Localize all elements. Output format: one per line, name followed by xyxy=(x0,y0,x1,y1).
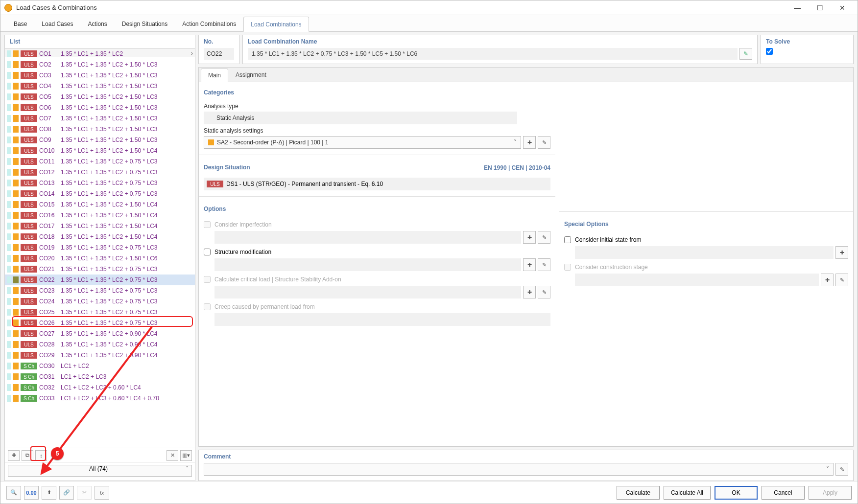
row-co: CO32 xyxy=(39,384,59,391)
tab-load-combinations[interactable]: Load Combinations xyxy=(243,17,309,32)
tab-base[interactable]: Base xyxy=(6,16,34,31)
list-row-co18[interactable]: ULSCO181.35 * LC1 + 1.35 * LC2 + 1.50 * … xyxy=(5,231,195,242)
list-row-co3[interactable]: ULSCO31.35 * LC1 + 1.35 * LC2 + 1.50 * L… xyxy=(5,70,195,81)
cancel-button[interactable]: Cancel xyxy=(762,486,805,500)
row-badge: ULS xyxy=(21,352,37,359)
calculate-button[interactable]: Calculate xyxy=(617,486,660,500)
view-columns-button[interactable]: ▥▾ xyxy=(180,450,192,461)
design-standard: EN 1990 | CEN | 2010-04 xyxy=(484,164,550,171)
row-formula: 1.35 * LC1 + 1.35 * LC2 + 0.75 * LC3 xyxy=(61,244,157,251)
subtab-main[interactable]: Main xyxy=(201,69,228,82)
list-row-co28[interactable]: ULSCO281.35 * LC1 + 1.35 * LC2 + 0.90 * … xyxy=(5,339,195,350)
new-button[interactable]: ✚ xyxy=(8,450,20,461)
list-row-co32[interactable]: S ChCO32LC1 + LC2 + LC3 + 0.60 * LC4 xyxy=(5,382,195,393)
list-row-co31[interactable]: S ChCO31LC1 + LC2 + LC3 xyxy=(5,371,195,382)
categories-header: Categories xyxy=(204,86,550,100)
comment-edit-button[interactable]: ✎ xyxy=(835,463,848,476)
list-row-co5[interactable]: ULSCO51.35 * LC1 + 1.35 * LC2 + 1.50 * L… xyxy=(5,92,195,102)
list-row-co21[interactable]: ULSCO211.35 * LC1 + 1.35 * LC2 + 0.75 * … xyxy=(5,264,195,275)
filter-select[interactable]: All (74) ˅ xyxy=(8,465,192,477)
subtab-assignment[interactable]: Assignment xyxy=(228,68,274,82)
tab-design-situations[interactable]: Design Situations xyxy=(115,16,175,31)
tab-action-combinations[interactable]: Action Combinations xyxy=(175,16,243,31)
static-settings-select[interactable]: SA2 - Second-order (P-Δ) | Picard | 100 … xyxy=(204,136,521,149)
row-badge: ULS xyxy=(21,83,37,90)
critical-new-button[interactable]: ✚ xyxy=(523,286,536,298)
list-row-co24[interactable]: ULSCO241.35 * LC1 + 1.35 * LC2 + 0.75 * … xyxy=(5,296,195,307)
fx-icon[interactable]: fx xyxy=(95,486,109,500)
list-row-co25[interactable]: ULSCO251.35 * LC1 + 1.35 * LC2 + 0.75 * … xyxy=(5,307,195,318)
help-icon[interactable]: 🔍 xyxy=(6,486,21,500)
special-options-header: Special Options xyxy=(564,218,848,231)
row-co: CO30 xyxy=(39,363,59,369)
imperfection-edit-button[interactable]: ✎ xyxy=(538,231,550,244)
row-formula: 1.35 * LC1 + 1.35 * LC2 + 1.50 * LC4 xyxy=(61,223,157,229)
construction-new-button[interactable]: ✚ xyxy=(821,274,834,286)
row-co: CO26 xyxy=(39,320,59,326)
units-icon[interactable]: 0.00 xyxy=(24,486,39,500)
list-row-co26[interactable]: ULSCO261.35 * LC1 + 1.35 * LC2 + 0.75 * … xyxy=(5,318,195,328)
tab-load-cases[interactable]: Load Cases xyxy=(34,16,80,31)
list-row-co29[interactable]: ULSCO291.35 * LC1 + 1.35 * LC2 + 0.90 * … xyxy=(5,350,195,361)
ok-button[interactable]: OK xyxy=(715,486,758,500)
row-co: CO1 xyxy=(39,50,59,57)
list-row-co19[interactable]: ULSCO191.35 * LC1 + 1.35 * LC2 + 0.75 * … xyxy=(5,242,195,253)
structure-modification-check[interactable]: Structure modification xyxy=(204,249,550,255)
row-badge: ULS xyxy=(21,287,37,294)
to-solve-checkbox[interactable] xyxy=(766,48,848,55)
edit-settings-button[interactable]: ✎ xyxy=(538,136,550,149)
cut-icon[interactable]: ✂ xyxy=(77,486,92,500)
combination-list[interactable]: ULSCO11.35 * LC1 + 1.35 * LC2ULSCO21.35 … xyxy=(5,48,195,439)
new-settings-button[interactable]: ✚ xyxy=(523,136,536,149)
initial-state-check[interactable]: Consider initial state from xyxy=(564,236,848,243)
link-icon[interactable]: 🔗 xyxy=(59,486,74,500)
list-row-co11[interactable]: ULSCO111.35 * LC1 + 1.35 * LC2 + 0.75 * … xyxy=(5,156,195,167)
list-row-co4[interactable]: ULSCO41.35 * LC1 + 1.35 * LC2 + 1.50 * L… xyxy=(5,81,195,92)
list-row-co1[interactable]: ULSCO11.35 * LC1 + 1.35 * LC2 xyxy=(5,48,195,59)
initial-state-button[interactable]: ✚ xyxy=(835,246,848,259)
row-formula: 1.35 * LC1 + 1.35 * LC2 + 1.50 * LC3 xyxy=(61,61,157,68)
list-row-co16[interactable]: ULSCO161.35 * LC1 + 1.35 * LC2 + 1.50 * … xyxy=(5,210,195,221)
delete-button[interactable]: ✕ xyxy=(167,450,178,461)
edit-name-button[interactable]: ✎ xyxy=(739,48,752,60)
list-row-co20[interactable]: ULSCO201.35 * LC1 + 1.35 * LC2 + 1.50 * … xyxy=(5,253,195,264)
comment-select[interactable] xyxy=(204,463,834,476)
tab-actions[interactable]: Actions xyxy=(80,16,114,31)
analysis-type-label: Analysis type xyxy=(204,103,550,110)
list-row-co15[interactable]: ULSCO151.35 * LC1 + 1.35 * LC2 + 1.50 * … xyxy=(5,199,195,210)
minimize-button[interactable]: — xyxy=(786,0,809,15)
row-badge: ULS xyxy=(21,169,37,176)
list-row-co17[interactable]: ULSCO171.35 * LC1 + 1.35 * LC2 + 1.50 * … xyxy=(5,221,195,231)
imperfection-new-button[interactable]: ✚ xyxy=(523,231,536,244)
row-formula: 1.35 * LC1 + 1.35 * LC2 + 0.75 * LC3 xyxy=(61,180,157,186)
list-row-co10[interactable]: ULSCO101.35 * LC1 + 1.35 * LC2 + 1.50 * … xyxy=(5,145,195,156)
construction-edit-button[interactable]: ✎ xyxy=(835,274,848,286)
row-badge: ULS xyxy=(21,147,37,154)
modification-new-button[interactable]: ✚ xyxy=(523,258,536,271)
list-row-co9[interactable]: ULSCO91.35 * LC1 + 1.35 * LC2 + 1.50 * L… xyxy=(5,135,195,145)
list-row-co6[interactable]: ULSCO61.35 * LC1 + 1.35 * LC2 + 1.50 * L… xyxy=(5,102,195,113)
copy-button[interactable]: ⧉ xyxy=(22,450,33,461)
maximize-button[interactable]: ☐ xyxy=(809,0,831,15)
row-formula: LC1 + LC2 + LC3 xyxy=(61,373,106,380)
list-row-co7[interactable]: ULSCO71.35 * LC1 + 1.35 * LC2 + 1.50 * L… xyxy=(5,113,195,124)
row-badge: ULS xyxy=(21,212,37,219)
calculate-all-button[interactable]: Calculate All xyxy=(664,486,711,500)
row-badge: ULS xyxy=(21,180,37,186)
list-row-co22[interactable]: ULSCO221.35 * LC1 + 1.35 * LC2 + 0.75 * … xyxy=(5,275,195,285)
analysis-type-icon xyxy=(208,115,214,121)
close-button[interactable]: ✕ xyxy=(831,0,854,15)
list-row-co23[interactable]: ULSCO231.35 * LC1 + 1.35 * LC2 + 0.75 * … xyxy=(5,285,195,296)
list-row-co30[interactable]: S ChCO30LC1 + LC2 xyxy=(5,361,195,371)
sort-button[interactable]: ↕ xyxy=(35,450,47,461)
list-row-co27[interactable]: ULSCO271.35 * LC1 + 1.35 * LC2 + 0.90 * … xyxy=(5,328,195,339)
critical-edit-button[interactable]: ✎ xyxy=(538,286,550,298)
list-row-co33[interactable]: S ChCO33LC1 + LC2 + LC3 + 0.60 * LC4 + 0… xyxy=(5,393,195,404)
list-row-co12[interactable]: ULSCO121.35 * LC1 + 1.35 * LC2 + 0.75 * … xyxy=(5,167,195,178)
list-row-co2[interactable]: ULSCO21.35 * LC1 + 1.35 * LC2 + 1.50 * L… xyxy=(5,59,195,70)
modification-edit-button[interactable]: ✎ xyxy=(538,258,550,271)
list-row-co14[interactable]: ULSCO141.35 * LC1 + 1.35 * LC2 + 0.75 * … xyxy=(5,188,195,199)
list-row-co8[interactable]: ULSCO81.35 * LC1 + 1.35 * LC2 + 1.50 * L… xyxy=(5,124,195,135)
model-icon[interactable]: ⬆ xyxy=(42,486,56,500)
list-row-co13[interactable]: ULSCO131.35 * LC1 + 1.35 * LC2 + 0.75 * … xyxy=(5,178,195,188)
